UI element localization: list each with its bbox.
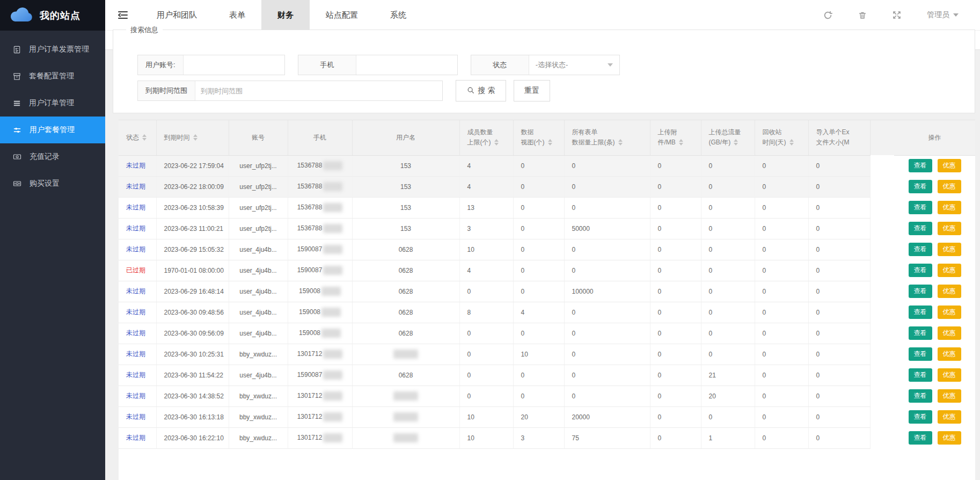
status-link[interactable]: 未过期	[126, 434, 145, 441]
account-cell: user_ufp2tj...	[229, 155, 288, 176]
status-link[interactable]: 已过期	[126, 266, 145, 274]
topnav-item[interactable]: 系统	[374, 0, 422, 30]
discount-button[interactable]: 优惠	[938, 306, 961, 319]
status-link[interactable]: 未过期	[126, 203, 145, 211]
phone-cell: 159008	[288, 302, 352, 323]
column-header[interactable]: 状态	[119, 120, 156, 155]
column-header[interactable]: 到期时间	[156, 120, 229, 155]
value-cell: 0	[513, 197, 564, 218]
status-link[interactable]: 未过期	[126, 162, 145, 169]
status-link[interactable]: 未过期	[126, 183, 145, 190]
account-input[interactable]	[184, 55, 284, 75]
expire-time-cell: 2023-06-30 16:13:18	[156, 406, 229, 427]
discount-button[interactable]: 优惠	[938, 201, 961, 214]
value-cell: 0	[459, 386, 513, 406]
sort-caret-icon[interactable]	[679, 139, 683, 146]
status-link[interactable]: 未过期	[126, 413, 145, 420]
masked-phone	[323, 350, 342, 359]
sort-caret-icon[interactable]	[494, 139, 499, 146]
discount-button[interactable]: 优惠	[938, 222, 961, 235]
phone-input[interactable]	[356, 55, 457, 75]
view-button[interactable]: 查看	[909, 368, 932, 382]
phone-cell: 1536788	[288, 176, 352, 197]
view-button[interactable]: 查看	[909, 243, 932, 256]
actions-cell: 查看优惠	[894, 427, 975, 448]
value-cell: 0	[701, 155, 755, 176]
view-button[interactable]: 查看	[909, 389, 932, 403]
expire-time-cell: 2023-06-30 09:56:09	[156, 323, 229, 344]
cloud-logo-icon	[9, 6, 33, 25]
admin-dropdown[interactable]: 管理员	[927, 10, 959, 20]
sidebar-item-purchase[interactable]: 购买设置	[0, 170, 105, 197]
account-cell: user_4ju4b...	[229, 260, 288, 281]
view-button[interactable]: 查看	[909, 264, 932, 277]
reset-button[interactable]: 重置	[514, 80, 550, 101]
status-cell: 未过期	[119, 427, 156, 448]
discount-button[interactable]: 优惠	[938, 431, 961, 445]
column-header[interactable]: 所有表单数据量上限(条)	[564, 120, 650, 155]
status-select[interactable]: -选择状态-	[529, 55, 619, 75]
view-button[interactable]: 查看	[909, 180, 932, 193]
status-link[interactable]: 未过期	[126, 350, 145, 358]
view-button[interactable]: 查看	[909, 326, 932, 340]
discount-button[interactable]: 优惠	[938, 285, 961, 298]
sidebar-item-package-config[interactable]: 套餐配置管理	[0, 63, 105, 90]
discount-button[interactable]: 优惠	[938, 368, 961, 382]
view-button[interactable]: 查看	[909, 431, 932, 445]
sort-caret-icon[interactable]	[618, 139, 623, 146]
topnav-item[interactable]: 站点配置	[310, 0, 374, 30]
discount-button[interactable]: 优惠	[938, 347, 961, 361]
status-link[interactable]: 未过期	[126, 308, 145, 316]
search-button[interactable]: 搜 索	[456, 80, 506, 101]
chevron-down-icon	[953, 13, 959, 17]
sidebar-item-order-list[interactable]: 用户订单管理	[0, 90, 105, 117]
column-header[interactable]: 成员数量上限(个)	[459, 120, 513, 155]
view-button[interactable]: 查看	[909, 285, 932, 298]
status-link[interactable]: 未过期	[126, 371, 145, 379]
sidebar-item-user-package[interactable]: 用户套餐管理	[0, 117, 105, 143]
view-button[interactable]: 查看	[909, 222, 932, 235]
value-cell: 0	[650, 323, 701, 344]
column-header[interactable]: 上传附件/MB	[650, 120, 701, 155]
topnav-item[interactable]: 财务	[261, 0, 310, 30]
refresh-icon[interactable]	[823, 11, 832, 20]
sort-caret-icon[interactable]	[734, 139, 738, 146]
masked-phone	[323, 433, 342, 442]
discount-button[interactable]: 优惠	[938, 410, 961, 424]
status-cell: 未过期	[119, 406, 156, 427]
column-header[interactable]: 上传总流量(GB/年)	[701, 120, 755, 155]
discount-button[interactable]: 优惠	[938, 243, 961, 256]
fullscreen-icon[interactable]	[893, 11, 901, 19]
sort-caret-icon[interactable]	[548, 139, 552, 146]
sort-caret-icon[interactable]	[193, 134, 198, 141]
sort-caret-icon[interactable]	[789, 139, 794, 146]
status-link[interactable]: 未过期	[126, 392, 145, 399]
view-button[interactable]: 查看	[909, 347, 932, 361]
sort-caret-icon[interactable]	[142, 134, 147, 141]
sidebar-item-recharge[interactable]: 充值记录	[0, 143, 105, 170]
topnav-item[interactable]: 表单	[213, 0, 261, 30]
column-header[interactable]: 回收站时间(天)	[755, 120, 808, 155]
column-header[interactable]: 数据视图(个)	[513, 120, 564, 155]
view-button[interactable]: 查看	[909, 159, 932, 172]
discount-button[interactable]: 优惠	[938, 159, 961, 172]
discount-button[interactable]: 优惠	[938, 180, 961, 193]
sidebar-item-invoice[interactable]: 用户订单发票管理	[0, 36, 105, 63]
status-link[interactable]: 未过期	[126, 245, 145, 253]
status-link[interactable]: 未过期	[126, 329, 145, 337]
trash-icon[interactable]	[858, 11, 867, 20]
status-cell: 未过期	[119, 323, 156, 344]
status-link[interactable]: 未过期	[126, 224, 145, 232]
view-button[interactable]: 查看	[909, 201, 932, 214]
discount-button[interactable]: 优惠	[938, 264, 961, 277]
view-button[interactable]: 查看	[909, 410, 932, 424]
discount-button[interactable]: 优惠	[938, 326, 961, 340]
view-button[interactable]: 查看	[909, 306, 932, 319]
status-link[interactable]: 未过期	[126, 287, 145, 295]
discount-button[interactable]: 优惠	[938, 389, 961, 403]
value-cell: 0	[701, 176, 755, 197]
expire-time-cell: 2023-06-30 09:48:56	[156, 302, 229, 323]
value-cell: 75	[564, 427, 650, 448]
sidebar: 我的站点 用户订单发票管理套餐配置管理用户订单管理用户套餐管理充值记录购买设置	[0, 0, 105, 480]
daterange-input[interactable]	[195, 81, 442, 100]
